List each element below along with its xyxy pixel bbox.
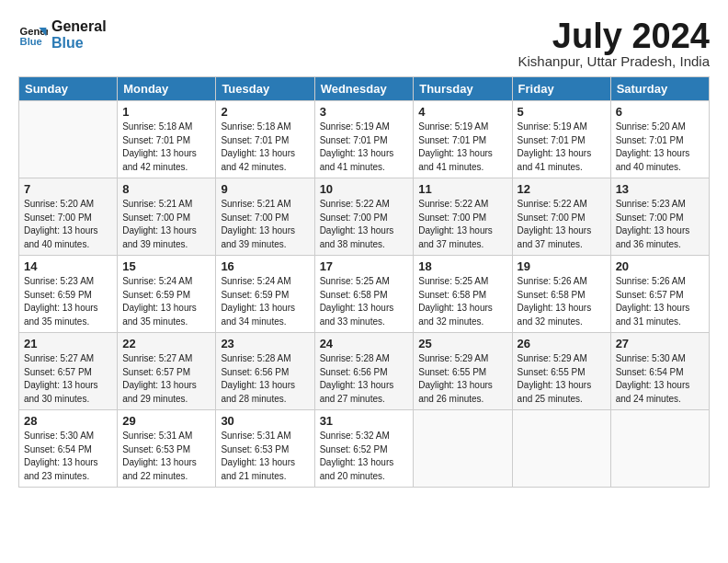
week-row-4: 21 Sunrise: 5:27 AM Sunset: 6:57 PM Dayl… [19, 333, 710, 410]
day-info: Sunrise: 5:28 AM Sunset: 6:56 PM Dayligh… [221, 352, 309, 406]
cell-w3-d1: 15 Sunrise: 5:24 AM Sunset: 6:59 PM Dayl… [118, 256, 216, 333]
week-row-5: 28 Sunrise: 5:30 AM Sunset: 6:54 PM Dayl… [19, 410, 710, 488]
day-number: 23 [221, 337, 309, 350]
day-info: Sunrise: 5:24 AM Sunset: 6:59 PM Dayligh… [122, 275, 210, 328]
cell-w3-d4: 18 Sunrise: 5:25 AM Sunset: 6:58 PM Dayl… [414, 256, 512, 333]
day-number: 2 [221, 105, 309, 119]
day-number: 7 [24, 182, 112, 196]
day-info: Sunrise: 5:30 AM Sunset: 6:54 PM Dayligh… [616, 352, 704, 406]
day-info: Sunrise: 5:30 AM Sunset: 6:54 PM Dayligh… [24, 430, 112, 483]
day-info: Sunrise: 5:23 AM Sunset: 6:59 PM Dayligh… [24, 275, 112, 328]
day-info: Sunrise: 5:22 AM Sunset: 7:00 PM Dayligh… [320, 198, 409, 251]
day-info: Sunrise: 5:21 AM Sunset: 7:00 PM Dayligh… [221, 198, 309, 251]
cell-w4-d4: 25 Sunrise: 5:29 AM Sunset: 6:55 PM Dayl… [414, 333, 512, 410]
col-tuesday: Tuesday [216, 77, 314, 101]
col-thursday: Thursday [414, 77, 512, 101]
day-number: 5 [518, 105, 606, 119]
cell-w2-d1: 8 Sunrise: 5:21 AM Sunset: 7:00 PM Dayli… [118, 178, 216, 256]
week-row-3: 14 Sunrise: 5:23 AM Sunset: 6:59 PM Dayl… [19, 256, 710, 333]
day-number: 9 [221, 182, 309, 196]
cell-w5-d3: 31 Sunrise: 5:32 AM Sunset: 6:52 PM Dayl… [314, 410, 414, 488]
cell-w4-d1: 22 Sunrise: 5:27 AM Sunset: 6:57 PM Dayl… [118, 333, 216, 410]
day-number: 16 [221, 259, 309, 273]
cell-w2-d2: 9 Sunrise: 5:21 AM Sunset: 7:00 PM Dayli… [216, 178, 314, 256]
cell-w1-d2: 2 Sunrise: 5:18 AM Sunset: 7:01 PM Dayli… [216, 101, 314, 178]
day-number: 1 [122, 105, 210, 119]
day-number: 21 [24, 337, 112, 350]
day-number: 11 [418, 182, 506, 196]
day-number: 17 [320, 259, 409, 273]
col-monday: Monday [118, 77, 216, 101]
day-number: 31 [320, 414, 409, 428]
day-info: Sunrise: 5:19 AM Sunset: 7:01 PM Dayligh… [320, 121, 409, 174]
day-info: Sunrise: 5:19 AM Sunset: 7:01 PM Dayligh… [418, 121, 506, 174]
day-number: 27 [616, 337, 704, 350]
day-number: 20 [616, 259, 704, 273]
cell-w3-d6: 20 Sunrise: 5:26 AM Sunset: 6:57 PM Dayl… [610, 256, 709, 333]
day-info: Sunrise: 5:31 AM Sunset: 6:53 PM Dayligh… [221, 430, 309, 483]
cell-w5-d4 [414, 410, 512, 488]
day-info: Sunrise: 5:20 AM Sunset: 7:00 PM Dayligh… [24, 198, 112, 251]
calendar-header-row: Sunday Monday Tuesday Wednesday Thursday… [19, 77, 710, 101]
day-number: 4 [418, 105, 506, 119]
col-friday: Friday [512, 77, 610, 101]
day-info: Sunrise: 5:23 AM Sunset: 7:00 PM Dayligh… [616, 198, 704, 251]
cell-w4-d3: 24 Sunrise: 5:28 AM Sunset: 6:56 PM Dayl… [314, 333, 414, 410]
cell-w2-d3: 10 Sunrise: 5:22 AM Sunset: 7:00 PM Dayl… [314, 178, 414, 256]
cell-w3-d5: 19 Sunrise: 5:26 AM Sunset: 6:58 PM Dayl… [512, 256, 610, 333]
cell-w1-d6: 6 Sunrise: 5:20 AM Sunset: 7:01 PM Dayli… [610, 101, 709, 178]
logo: General Blue General Blue [18, 18, 107, 51]
col-sunday: Sunday [19, 77, 118, 101]
day-number: 6 [616, 105, 704, 119]
day-info: Sunrise: 5:22 AM Sunset: 7:00 PM Dayligh… [518, 198, 606, 251]
day-number: 8 [122, 182, 210, 196]
day-number: 14 [24, 259, 112, 273]
day-info: Sunrise: 5:29 AM Sunset: 6:55 PM Dayligh… [518, 352, 606, 406]
day-number: 18 [418, 259, 506, 273]
day-info: Sunrise: 5:28 AM Sunset: 6:56 PM Dayligh… [320, 352, 409, 406]
title-section: July 2024 Kishanpur, Uttar Pradesh, Indi… [518, 18, 710, 69]
cell-w5-d6 [610, 410, 709, 488]
day-info: Sunrise: 5:24 AM Sunset: 6:59 PM Dayligh… [221, 275, 309, 328]
day-info: Sunrise: 5:29 AM Sunset: 6:55 PM Dayligh… [418, 352, 506, 406]
cell-w5-d1: 29 Sunrise: 5:31 AM Sunset: 6:53 PM Dayl… [118, 410, 216, 488]
day-number: 12 [518, 182, 606, 196]
day-number: 24 [320, 337, 409, 350]
logo-text-general: General [51, 18, 107, 35]
page-header: General Blue General Blue July 2024 Kish… [18, 18, 710, 69]
day-number: 13 [616, 182, 704, 196]
col-saturday: Saturday [610, 77, 709, 101]
day-info: Sunrise: 5:27 AM Sunset: 6:57 PM Dayligh… [24, 352, 112, 406]
day-info: Sunrise: 5:18 AM Sunset: 7:01 PM Dayligh… [221, 121, 309, 174]
cell-w1-d5: 5 Sunrise: 5:19 AM Sunset: 7:01 PM Dayli… [512, 101, 610, 178]
day-number: 19 [518, 259, 606, 273]
day-info: Sunrise: 5:27 AM Sunset: 6:57 PM Dayligh… [122, 352, 210, 406]
cell-w4-d6: 27 Sunrise: 5:30 AM Sunset: 6:54 PM Dayl… [610, 333, 709, 410]
col-wednesday: Wednesday [314, 77, 414, 101]
day-info: Sunrise: 5:22 AM Sunset: 7:00 PM Dayligh… [418, 198, 506, 251]
day-info: Sunrise: 5:18 AM Sunset: 7:01 PM Dayligh… [122, 121, 210, 174]
cell-w2-d6: 13 Sunrise: 5:23 AM Sunset: 7:00 PM Dayl… [610, 178, 709, 256]
week-row-1: 1 Sunrise: 5:18 AM Sunset: 7:01 PM Dayli… [19, 101, 710, 178]
day-number: 15 [122, 259, 210, 273]
logo-text-blue: Blue [51, 35, 107, 52]
cell-w2-d5: 12 Sunrise: 5:22 AM Sunset: 7:00 PM Dayl… [512, 178, 610, 256]
calendar-table: Sunday Monday Tuesday Wednesday Thursday… [18, 76, 710, 488]
cell-w1-d1: 1 Sunrise: 5:18 AM Sunset: 7:01 PM Dayli… [118, 101, 216, 178]
day-number: 28 [24, 414, 112, 428]
cell-w3-d0: 14 Sunrise: 5:23 AM Sunset: 6:59 PM Dayl… [19, 256, 118, 333]
cell-w4-d2: 23 Sunrise: 5:28 AM Sunset: 6:56 PM Dayl… [216, 333, 314, 410]
logo-icon: General Blue [18, 20, 48, 50]
day-number: 29 [122, 414, 210, 428]
cell-w5-d2: 30 Sunrise: 5:31 AM Sunset: 6:53 PM Dayl… [216, 410, 314, 488]
cell-w1-d0 [19, 101, 118, 178]
day-info: Sunrise: 5:25 AM Sunset: 6:58 PM Dayligh… [418, 275, 506, 328]
day-number: 10 [320, 182, 409, 196]
cell-w2-d0: 7 Sunrise: 5:20 AM Sunset: 7:00 PM Dayli… [19, 178, 118, 256]
day-info: Sunrise: 5:25 AM Sunset: 6:58 PM Dayligh… [320, 275, 409, 328]
cell-w4-d0: 21 Sunrise: 5:27 AM Sunset: 6:57 PM Dayl… [19, 333, 118, 410]
cell-w2-d4: 11 Sunrise: 5:22 AM Sunset: 7:00 PM Dayl… [414, 178, 512, 256]
svg-text:Blue: Blue [20, 36, 42, 47]
cell-w3-d3: 17 Sunrise: 5:25 AM Sunset: 6:58 PM Dayl… [314, 256, 414, 333]
day-number: 22 [122, 337, 210, 350]
